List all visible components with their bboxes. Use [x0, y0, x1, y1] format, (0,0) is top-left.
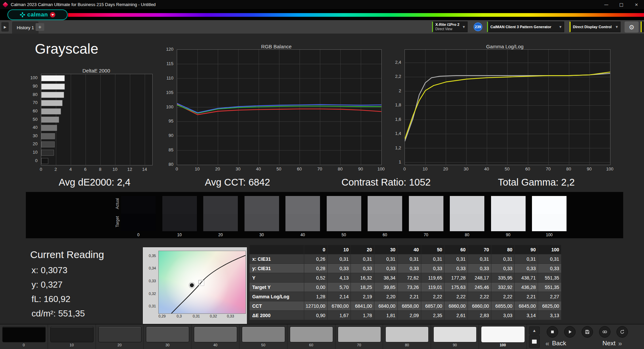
pattern-button-40[interactable] — [194, 327, 237, 342]
pattern-button-60[interactable] — [290, 327, 333, 342]
table-col-header: 40 — [397, 245, 421, 254]
pattern-generator-dropdown[interactable]: CalMAN Client 3 Pattern Generator ▼ — [487, 21, 564, 32]
logo-text: calman — [27, 11, 48, 18]
logo-menu-button[interactable] — [50, 12, 55, 17]
save-button[interactable] — [582, 326, 593, 338]
table-cell: 12710,00 — [304, 301, 328, 311]
pattern-button-100[interactable] — [481, 327, 525, 342]
table-cell: 3,14 — [515, 311, 538, 320]
maximize-button[interactable]: □ — [614, 0, 629, 9]
table-row: Gamma Log/Log1,282,142,192,202,212,222,2… — [250, 292, 561, 301]
pattern-button-10[interactable] — [50, 327, 94, 342]
table-cell: 0,33 — [491, 264, 515, 273]
swatch-actual — [368, 196, 402, 214]
reading-cdm2: cd/m²: 551,35 — [32, 308, 85, 319]
window-title: Calman 2023 Calman Ultimate for Business… — [11, 2, 156, 7]
table-cell: 2,35 — [421, 311, 444, 320]
next-label: Next — [602, 340, 615, 347]
table-cell: 16,32 — [351, 273, 374, 283]
table-cell: 0,31 — [351, 254, 374, 264]
table-cell: 2,83 — [468, 311, 491, 320]
table-cell: 1,67 — [327, 311, 351, 320]
collapse-panel-button[interactable]: ▲ — [529, 327, 540, 335]
rainbow-strip — [68, 13, 644, 17]
stop-button[interactable] — [547, 326, 558, 338]
history-panel-toggle[interactable]: ▶ — [1, 22, 9, 32]
axis-tick: 0,32 — [149, 292, 156, 296]
axis-tick: 70 — [317, 166, 322, 171]
table-cell: 6860,00 — [468, 301, 491, 311]
axis-tick: 70 — [546, 166, 550, 171]
table-cell: 177,28 — [444, 273, 468, 283]
current-reading-title: Current Reading — [30, 249, 104, 260]
grayscale-swatch: 0 — [121, 196, 156, 231]
table-col-header: 20 — [351, 245, 374, 254]
axis-tick: 0,34 — [149, 266, 156, 270]
swatch-strip: Actual Target 0102030405060708090100 — [26, 192, 623, 238]
calman-logo-button[interactable]: calman — [7, 9, 68, 20]
titlebar: Calman 2023 Calman Ultimate for Business… — [0, 0, 644, 9]
pattern-button-80[interactable] — [385, 327, 429, 342]
swatch-label: 80 — [450, 233, 484, 237]
table-cell: 0,33 — [444, 264, 468, 273]
axis-tick: 30 — [464, 166, 468, 171]
swatch-target — [491, 214, 526, 232]
cie-target-marker — [199, 280, 204, 285]
axis-tick: 8 — [99, 167, 101, 172]
tab-history-1[interactable]: History 1 — [12, 21, 39, 34]
table-cell: 0,33 — [515, 264, 538, 273]
axis-tick: 90 — [33, 84, 38, 89]
stat-total-gamma: Total Gamma: 2,2 — [498, 177, 575, 188]
minimize-button[interactable]: — — [599, 0, 614, 9]
pattern-button-0[interactable] — [2, 327, 46, 342]
axis-tick: 0,32 — [210, 314, 217, 318]
table-cell: 0,31 — [444, 254, 468, 264]
refresh-icon — [620, 329, 625, 335]
table-cell: 0,33 — [397, 264, 421, 273]
partial-dropdown[interactable] — [641, 21, 644, 32]
meter-dropdown[interactable]: X-Rite i1Pro 2 Direct View ▼ — [432, 21, 468, 32]
display-control-dropdown[interactable]: Direct Display Control ▼ — [570, 21, 621, 32]
next-button[interactable]: Next » — [602, 339, 622, 347]
pattern-button-30[interactable] — [146, 327, 189, 342]
table-cell: 39,85 — [374, 283, 398, 292]
refresh-button[interactable] — [616, 326, 628, 338]
pattern-button-20[interactable] — [98, 327, 142, 342]
pattern-label: 60 — [287, 343, 335, 347]
add-tab-button[interactable]: + — [36, 23, 44, 31]
axis-tick: 0,33 — [227, 314, 234, 318]
pattern-window-button[interactable] — [529, 335, 540, 348]
table-cell: 551,35 — [538, 283, 561, 292]
axis-tick: 4 — [69, 167, 72, 172]
rgb-ylabels: 80859095100105110115120 — [161, 49, 175, 164]
toolbar: ▶ History 1 + X-Rite i1Pro 2 Direct View… — [0, 20, 644, 34]
back-button[interactable]: « Back — [545, 339, 566, 347]
swatch-actual — [327, 196, 361, 214]
luminance-badge[interactable]: 239 — [474, 22, 482, 31]
actual-label: Actual — [115, 198, 120, 209]
pattern-button-70[interactable] — [338, 327, 381, 342]
table-row: ΔE 20000,901,671,781,812,092,352,612,833… — [250, 311, 561, 320]
pattern-button-90[interactable] — [433, 327, 477, 342]
axis-tick: 10 — [112, 167, 117, 172]
swatch-target — [285, 214, 320, 232]
table-cell: 2,61 — [444, 311, 468, 320]
axis-tick: 60 — [297, 166, 302, 171]
pattern-button-50[interactable] — [242, 327, 285, 342]
settings-gear-button[interactable]: ⚙ — [625, 21, 639, 33]
swatch-actual — [162, 196, 197, 214]
close-button[interactable]: × — [629, 0, 644, 9]
axis-tick: 100 — [30, 75, 38, 80]
link-button[interactable] — [599, 326, 610, 338]
pattern-cell: 90 — [431, 325, 479, 349]
axis-tick: 30 — [235, 166, 240, 171]
swatch-label: 100 — [532, 233, 567, 237]
next-chevron-icon: » — [618, 339, 622, 347]
stat-avg-de2000: Avg dE2000: 2,4 — [59, 177, 130, 188]
axis-tick: 100 — [166, 104, 173, 109]
swatch-actual — [409, 196, 443, 214]
axis-tick: 85 — [169, 147, 173, 152]
axis-tick: 120 — [166, 47, 173, 52]
play-button[interactable] — [564, 326, 576, 338]
axis-tick: 2,4 — [395, 60, 401, 65]
